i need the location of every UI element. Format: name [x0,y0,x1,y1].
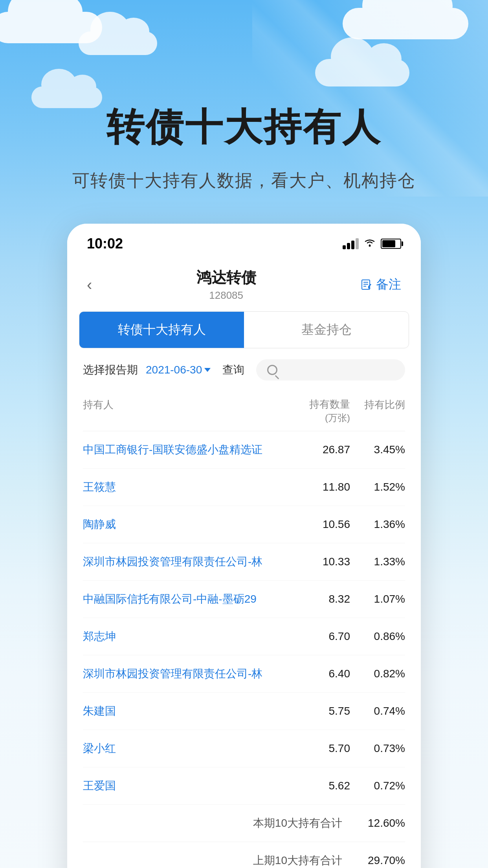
holder-name-5[interactable]: 郑志坤 [83,629,287,644]
table-row: 深圳市林园投资管理有限责任公司-林 10.33 1.33% [83,543,405,581]
holder-name-0[interactable]: 中国工商银行-国联安德盛小盘精选证 [83,442,287,457]
nav-bar: ‹ 鸿达转债 128085 备注 [67,260,421,311]
status-icons [343,237,401,250]
holder-qty-2: 10.56 [287,518,350,531]
holder-name-2[interactable]: 陶静威 [83,517,287,532]
holder-ratio-5: 0.86% [350,630,405,643]
summary-row-0: 本期10大持有合计 12.60% [83,805,405,842]
note-label: 备注 [376,276,401,293]
holder-qty-5: 6.70 [287,630,350,643]
table-row: 朱建国 5.75 0.74% [83,693,405,730]
filter-bar: 选择报告期 2021-06-30 查询 [67,348,421,392]
summary-rows: 本期10大持有合计 12.60% 上期10大持有合计 29.70% [83,805,405,868]
svg-point-0 [369,245,371,247]
filter-arrow-icon [204,368,211,372]
nav-title: 鸿达转债 [92,268,360,288]
hero-subtitle: 可转债十大持有人数据，看大户、机构持仓 [72,169,416,192]
table-row: 深圳市林园投资管理有限责任公司-林 6.40 0.82% [83,655,405,693]
holder-qty-8: 5.70 [287,742,350,755]
col-header-name: 持有人 [83,398,287,425]
search-icon [267,365,277,375]
table-row: 王爱国 5.62 0.72% [83,767,405,805]
table-rows: 中国工商银行-国联安德盛小盘精选证 26.87 3.45% 王筱慧 11.80 … [83,431,405,805]
holder-ratio-2: 1.36% [350,518,405,531]
holder-qty-3: 10.33 [287,555,350,568]
holder-name-8[interactable]: 梁小红 [83,741,287,756]
holder-ratio-4: 1.07% [350,593,405,605]
table-row: 王筱慧 11.80 1.52% [83,469,405,506]
status-bar: 10:02 [67,224,421,260]
phone-mockup: 10:02 [67,224,421,868]
col-header-qty: 持有数量(万张) [287,398,350,425]
tab-funds[interactable]: 基金持仓 [244,312,409,348]
holder-ratio-8: 0.73% [350,742,405,755]
table-row: 梁小红 5.70 0.73% [83,730,405,767]
summary-label-0: 本期10大持有合计 [83,816,350,831]
back-button[interactable]: ‹ [87,276,92,294]
table-row: 郑志坤 6.70 0.86% [83,618,405,655]
search-box[interactable] [256,359,405,381]
table-row: 中融国际信托有限公司-中融-墨砺29 8.32 1.07% [83,581,405,618]
holder-qty-0: 26.87 [287,443,350,456]
nav-title-area: 鸿达转债 128085 [92,268,360,302]
wifi-icon [363,237,376,250]
holder-name-3[interactable]: 深圳市林园投资管理有限责任公司-林 [83,554,287,569]
table-row: 陶静威 10.56 1.36% [83,506,405,543]
summary-value-1: 29.70% [350,854,405,867]
holder-qty-4: 8.32 [287,593,350,605]
holder-name-1[interactable]: 王筱慧 [83,480,287,495]
holder-name-7[interactable]: 朱建国 [83,704,287,719]
hero-title: 转债十大持有人 [106,102,382,153]
summary-row-1: 上期10大持有合计 29.70% [83,842,405,868]
filter-label: 选择报告期 [83,362,138,377]
signal-icon [343,238,359,249]
tabs-bar: 转债十大持有人 基金持仓 [79,311,409,348]
holder-qty-1: 11.80 [287,481,350,493]
holder-qty-9: 5.62 [287,780,350,792]
holder-ratio-1: 1.52% [350,481,405,493]
summary-label-1: 上期10大持有合计 [83,853,350,868]
holder-qty-7: 5.75 [287,705,350,717]
holder-ratio-3: 1.33% [350,555,405,568]
holder-ratio-0: 3.45% [350,443,405,456]
note-icon [360,278,373,291]
battery-icon [381,239,401,249]
table-container: 持有人 持有数量(万张) 持有比例 中国工商银行-国联安德盛小盘精选证 26.8… [67,392,421,868]
holder-name-9[interactable]: 王爱国 [83,778,287,793]
filter-date[interactable]: 2021-06-30 [146,364,211,376]
summary-value-0: 12.60% [350,817,405,829]
holder-ratio-6: 0.82% [350,668,405,680]
tab-holders[interactable]: 转债十大持有人 [79,312,244,348]
col-header-ratio: 持有比例 [350,398,405,425]
holder-name-4[interactable]: 中融国际信托有限公司-中融-墨砺29 [83,592,287,607]
holder-ratio-7: 0.74% [350,705,405,717]
status-time: 10:02 [87,235,123,252]
holder-qty-6: 6.40 [287,668,350,680]
note-button[interactable]: 备注 [360,276,401,293]
nav-code: 128085 [92,289,360,302]
query-button[interactable]: 查询 [218,362,248,377]
holder-name-6[interactable]: 深圳市林园投资管理有限责任公司-林 [83,666,287,681]
table-row: 中国工商银行-国联安德盛小盘精选证 26.87 3.45% [83,431,405,469]
holder-ratio-9: 0.72% [350,780,405,792]
table-header: 持有人 持有数量(万张) 持有比例 [83,392,405,431]
